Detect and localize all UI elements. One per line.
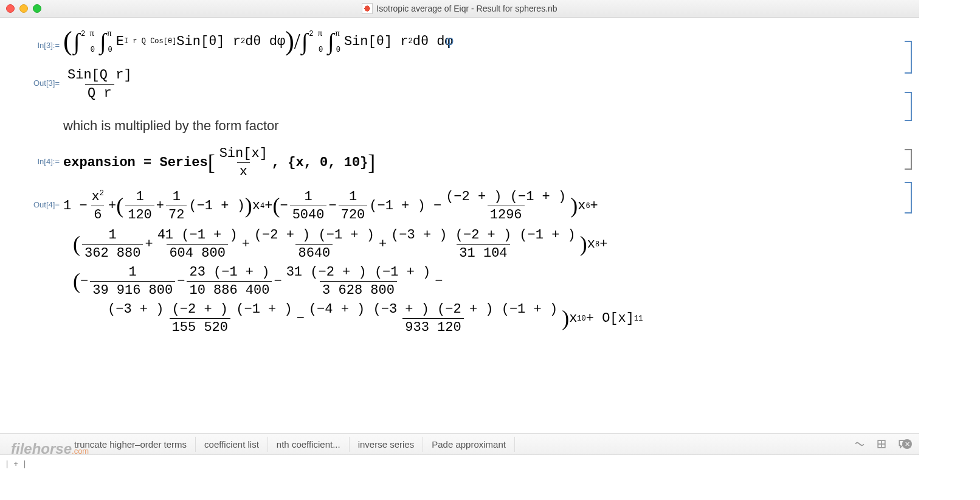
suggest-coeff-list[interactable]: coefficient list [196, 437, 268, 452]
suggest-inverse[interactable]: inverse series [350, 437, 424, 452]
app-window: Isotropic average of Eiqr - Result for s… [0, 0, 919, 470]
input-type-icon[interactable] [854, 438, 866, 450]
out-label: Out[4]= [24, 189, 60, 209]
zoom-icon[interactable] [33, 4, 41, 13]
cell-in4-content[interactable]: expansion = Series [ Sin[x] x , {x, 0, 1… [63, 146, 375, 179]
suggest-nth-coeff[interactable]: nth coefficient... [268, 437, 350, 452]
suggest-pade[interactable]: Pade approximant [423, 437, 515, 452]
minimize-icon[interactable] [19, 4, 28, 13]
suggest-truncate[interactable]: truncate higher–order terms [66, 437, 196, 452]
zoom-control[interactable]: | + | [5, 460, 27, 468]
notebook-area[interactable]: In[3]:= ( ∫2 π0 ∫π0 EI r Q Cos[θ] Sin[θ]… [0, 18, 919, 446]
window-title: Isotropic average of Eiqr - Result for s… [0, 3, 919, 14]
suggestion-bar: truncate higher–order terms coefficient … [0, 433, 919, 455]
window-controls [6, 4, 41, 13]
cell-in3[interactable]: In[3]:= ( ∫2 π0 ∫π0 EI r Q Cos[θ] Sin[θ]… [24, 30, 895, 53]
out-label: Out[3]= [24, 68, 60, 88]
window-title-text: Isotropic average of Eiqr - Result for s… [376, 4, 557, 13]
cell-out3-content: Sin[Q r] Q r [63, 68, 136, 101]
out4-line3: (− 139 916 800 − 23 (−1 + )10 886 400 − … [73, 265, 895, 298]
out4-line4: (−3 + ) (−2 + ) (−1 + )155 520 − (−4 + )… [103, 302, 895, 335]
out4-line2: ( 1362 880 + 41 (−1 + )604 800 + (−2 + )… [73, 227, 895, 261]
in-label: In[3]:= [24, 30, 60, 50]
cell-brackets[interactable] [900, 41, 916, 216]
app-icon [362, 3, 373, 14]
titlebar[interactable]: Isotropic average of Eiqr - Result for s… [0, 0, 919, 18]
format-icon[interactable] [875, 438, 888, 450]
close-bar-icon[interactable]: ✕ [902, 439, 912, 449]
cell-out3: Out[3]= Sin[Q r] Q r [24, 68, 895, 101]
cell-out4-content: 1 − x2 6 + ( 1120 + 172 (−1 + ) ) x4 + (… [63, 189, 598, 223]
cell-in3-content[interactable]: ( ∫2 π0 ∫π0 EI r Q Cos[θ] Sin[θ] r2 dθ d… [63, 30, 454, 53]
text-cell[interactable]: which is multiplied by the form factor [63, 118, 895, 134]
cell-out4: Out[4]= 1 − x2 6 + ( 1120 + 172 (−1 + ) … [24, 189, 895, 223]
cell-in4[interactable]: In[4]:= expansion = Series [ Sin[x] x , … [24, 146, 895, 179]
close-icon[interactable] [6, 4, 15, 13]
in-label: In[4]:= [24, 146, 60, 166]
